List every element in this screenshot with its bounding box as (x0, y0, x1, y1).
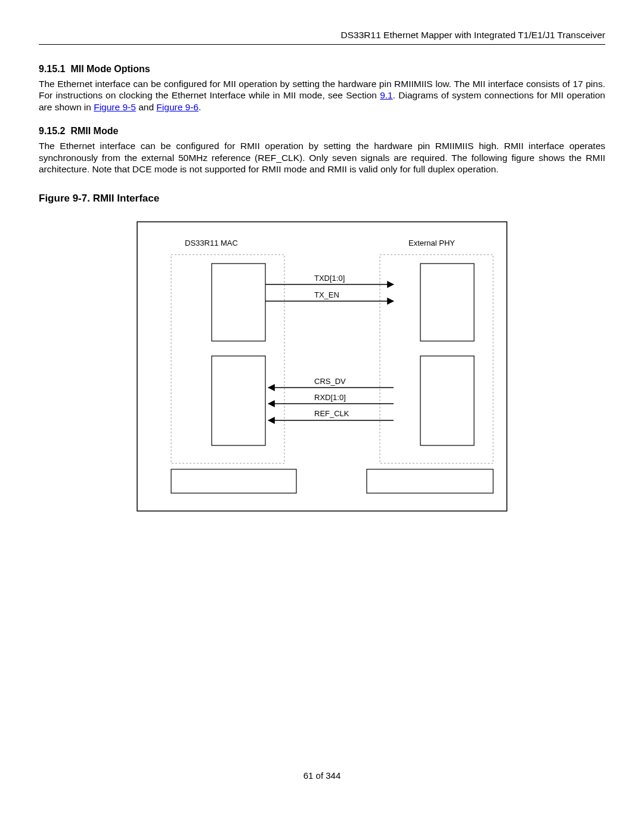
page-header: DS33R11 Ethernet Mapper with Integrated … (39, 30, 605, 45)
section-number: 9.15.1 (39, 64, 65, 74)
svg-rect-4 (212, 356, 265, 445)
signal-txd: TXD[1:0] (314, 274, 345, 283)
svg-rect-3 (212, 264, 265, 341)
figure-rmii-interface: DS33R11 MAC External PHY (39, 219, 605, 514)
signal-ref-clk: REF_CLK (314, 409, 349, 418)
svg-rect-7 (171, 469, 296, 493)
section-number: 9.15.2 (39, 126, 65, 136)
figure-title: Figure 9-7. RMII Interface (39, 193, 605, 205)
link-section-9-1[interactable]: 9.1 (380, 90, 393, 100)
label-phy: External PHY (408, 239, 455, 247)
svg-rect-6 (420, 356, 474, 445)
section-9-15-1-paragraph: The Ethernet interface can be configured… (39, 78, 605, 113)
section-title: RMII Mode (70, 126, 118, 136)
section-title: MII Mode Options (70, 64, 150, 74)
section-heading-9-15-2: 9.15.2 RMII Mode (39, 126, 605, 137)
svg-rect-0 (137, 222, 507, 511)
link-figure-9-5[interactable]: Figure 9-5 (94, 102, 136, 112)
label-mac: DS33R11 MAC (185, 239, 238, 247)
text-run: and (136, 102, 156, 112)
svg-rect-8 (367, 469, 493, 493)
page-footer: 61 of 344 (39, 770, 605, 781)
section-9-15-2-paragraph: The Ethernet interface can be configured… (39, 140, 605, 175)
svg-rect-2 (380, 255, 493, 463)
text-run: . (199, 102, 201, 112)
link-figure-9-6[interactable]: Figure 9-6 (156, 102, 199, 112)
section-heading-9-15-1: 9.15.1 MII Mode Options (39, 64, 605, 75)
svg-rect-5 (420, 264, 474, 341)
signal-rxd: RXD[1:0] (314, 393, 346, 402)
signal-tx-en: TX_EN (314, 290, 339, 299)
svg-rect-1 (171, 255, 284, 463)
signal-crs-dv: CRS_DV (314, 377, 346, 386)
